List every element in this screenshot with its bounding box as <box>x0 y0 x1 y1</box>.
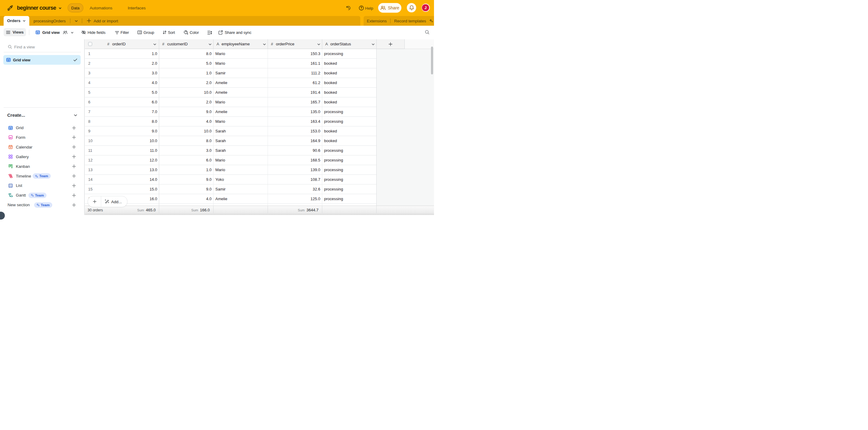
svg-text:31: 31 <box>10 147 11 149</box>
